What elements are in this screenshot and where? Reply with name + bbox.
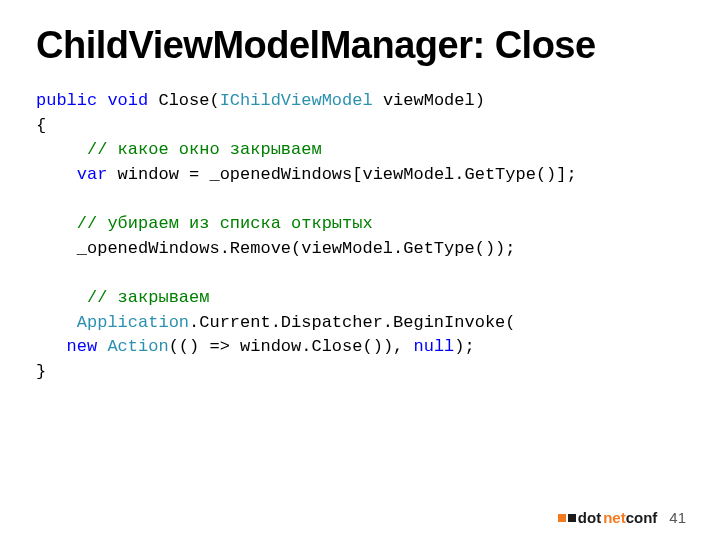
slide-footer: dotnetconf 41 [558,509,686,526]
type-name: IChildViewModel [220,91,373,110]
logo-text: conf [626,509,658,526]
comment: // закрываем [87,288,209,307]
code-block: public void Close(IChildViewModel viewMo… [36,89,684,385]
type-name: Action [107,337,168,356]
logo-text: net [603,509,626,526]
conference-logo: dotnetconf [558,509,658,526]
logo-square-icon [568,514,576,522]
keyword: new [67,337,98,356]
keyword: var [77,165,108,184]
page-number: 41 [669,509,686,526]
keyword: public [36,91,97,110]
type-name: Application [77,313,189,332]
comment: // какое окно закрываем [87,140,322,159]
keyword: null [413,337,454,356]
keyword: void [107,91,148,110]
logo-square-icon [558,514,566,522]
slide-title: ChildViewModelManager: Close [36,24,684,67]
logo-text: dot [578,509,601,526]
comment: // убираем из списка открытых [77,214,373,233]
slide: ChildViewModelManager: Close public void… [0,0,720,540]
